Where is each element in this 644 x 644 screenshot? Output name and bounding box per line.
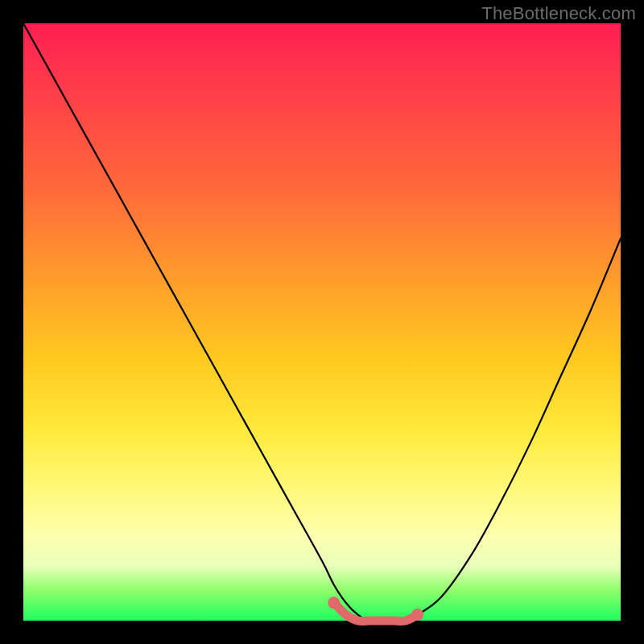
chart-svg: [23, 23, 621, 621]
chart-frame: TheBottleneck.com: [0, 0, 644, 644]
plot-area: [23, 23, 621, 621]
flat-zone-endpoint: [328, 597, 340, 609]
flat-zone-marker: [334, 603, 418, 621]
bottleneck-curve: [23, 23, 621, 621]
flat-zone-endpoint: [411, 609, 423, 621]
watermark-text: TheBottleneck.com: [481, 3, 636, 24]
